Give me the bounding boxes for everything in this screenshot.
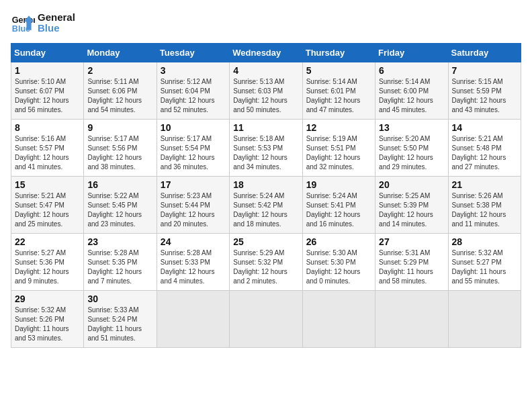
calendar-cell: 3 Sunrise: 5:12 AMSunset: 6:04 PMDayligh…: [157, 62, 229, 120]
day-number: 13: [379, 122, 444, 133]
cell-info: Sunrise: 5:29 AMSunset: 5:32 PMDaylight:…: [233, 249, 287, 285]
day-number: 29: [15, 293, 80, 304]
calendar-cell: 19 Sunrise: 5:24 AMSunset: 5:41 PMDaylig…: [302, 177, 375, 234]
day-number: 11: [233, 122, 298, 133]
calendar-week-1: 1 Sunrise: 5:10 AMSunset: 6:07 PMDayligh…: [11, 62, 521, 120]
cell-info: Sunrise: 5:14 AMSunset: 6:00 PMDaylight:…: [379, 78, 433, 113]
calendar-cell: 25 Sunrise: 5:29 AMSunset: 5:32 PMDaylig…: [230, 234, 302, 291]
day-number: 6: [379, 65, 444, 76]
cell-info: Sunrise: 5:16 AMSunset: 5:57 PMDaylight:…: [15, 135, 69, 171]
cell-info: Sunrise: 5:17 AMSunset: 5:54 PMDaylight:…: [161, 135, 215, 171]
calendar-cell: 17 Sunrise: 5:23 AMSunset: 5:44 PMDaylig…: [157, 177, 229, 234]
day-number: 18: [233, 179, 298, 190]
cell-info: Sunrise: 5:10 AMSunset: 6:07 PMDaylight:…: [15, 78, 69, 113]
calendar-cell: 8 Sunrise: 5:16 AMSunset: 5:57 PMDayligh…: [11, 120, 84, 177]
weekday-friday: Friday: [375, 44, 448, 62]
cell-info: Sunrise: 5:28 AMSunset: 5:33 PMDaylight:…: [161, 249, 215, 285]
day-number: 27: [379, 236, 444, 247]
day-number: 17: [161, 179, 226, 190]
cell-info: Sunrise: 5:32 AMSunset: 5:27 PMDaylight:…: [452, 249, 506, 285]
calendar-week-3: 15 Sunrise: 5:21 AMSunset: 5:47 PMDaylig…: [11, 177, 521, 234]
calendar-cell: 4 Sunrise: 5:13 AMSunset: 6:03 PMDayligh…: [230, 62, 302, 120]
cell-info: Sunrise: 5:14 AMSunset: 6:01 PMDaylight:…: [306, 78, 361, 113]
cell-info: Sunrise: 5:31 AMSunset: 5:29 PMDaylight:…: [379, 249, 433, 285]
calendar-cell: 22 Sunrise: 5:27 AMSunset: 5:36 PMDaylig…: [11, 234, 84, 291]
calendar-cell: [302, 291, 375, 348]
day-number: 16: [87, 179, 152, 190]
cell-info: Sunrise: 5:26 AMSunset: 5:38 PMDaylight:…: [452, 192, 506, 228]
calendar-cell: 26 Sunrise: 5:30 AMSunset: 5:30 PMDaylig…: [302, 234, 375, 291]
day-number: 8: [15, 122, 80, 133]
calendar-cell: [230, 291, 302, 348]
calendar-cell: 20 Sunrise: 5:25 AMSunset: 5:39 PMDaylig…: [375, 177, 448, 234]
day-number: 20: [379, 179, 444, 190]
cell-info: Sunrise: 5:18 AMSunset: 5:53 PMDaylight:…: [233, 135, 287, 171]
calendar-week-2: 8 Sunrise: 5:16 AMSunset: 5:57 PMDayligh…: [11, 120, 521, 177]
calendar-cell: [157, 291, 229, 348]
calendar-week-4: 22 Sunrise: 5:27 AMSunset: 5:36 PMDaylig…: [11, 234, 521, 291]
calendar-cell: 16 Sunrise: 5:22 AMSunset: 5:45 PMDaylig…: [84, 177, 157, 234]
day-number: 25: [233, 236, 298, 247]
logo-blue: Blue: [38, 23, 75, 34]
cell-info: Sunrise: 5:32 AMSunset: 5:26 PMDaylight:…: [15, 306, 69, 342]
weekday-sunday: Sunday: [11, 44, 84, 62]
cell-info: Sunrise: 5:13 AMSunset: 6:03 PMDaylight:…: [233, 78, 287, 113]
calendar-cell: 11 Sunrise: 5:18 AMSunset: 5:53 PMDaylig…: [230, 120, 302, 177]
logo: General Blue General Blue: [11, 11, 75, 35]
day-number: 7: [452, 65, 517, 76]
cell-info: Sunrise: 5:22 AMSunset: 5:45 PMDaylight:…: [87, 192, 142, 228]
cell-info: Sunrise: 5:28 AMSunset: 5:35 PMDaylight:…: [87, 249, 142, 285]
calendar-cell: 9 Sunrise: 5:17 AMSunset: 5:56 PMDayligh…: [84, 120, 157, 177]
cell-info: Sunrise: 5:11 AMSunset: 6:06 PMDaylight:…: [87, 78, 142, 113]
day-number: 24: [161, 236, 226, 247]
day-number: 1: [15, 65, 80, 76]
day-number: 30: [87, 293, 152, 304]
calendar-cell: 7 Sunrise: 5:15 AMSunset: 5:59 PMDayligh…: [448, 62, 521, 120]
calendar-cell: 21 Sunrise: 5:26 AMSunset: 5:38 PMDaylig…: [448, 177, 521, 234]
cell-info: Sunrise: 5:27 AMSunset: 5:36 PMDaylight:…: [15, 249, 69, 285]
calendar-table: SundayMondayTuesdayWednesdayThursdayFrid…: [11, 43, 521, 348]
day-number: 9: [87, 122, 152, 133]
weekday-tuesday: Tuesday: [157, 44, 229, 62]
day-number: 5: [306, 65, 371, 76]
day-number: 28: [452, 236, 517, 247]
calendar-cell: 2 Sunrise: 5:11 AMSunset: 6:06 PMDayligh…: [84, 62, 157, 120]
cell-info: Sunrise: 5:19 AMSunset: 5:51 PMDaylight:…: [306, 135, 361, 171]
calendar-cell: 14 Sunrise: 5:21 AMSunset: 5:48 PMDaylig…: [448, 120, 521, 177]
weekday-header-row: SundayMondayTuesdayWednesdayThursdayFrid…: [11, 44, 521, 62]
day-number: 10: [161, 122, 226, 133]
cell-info: Sunrise: 5:24 AMSunset: 5:42 PMDaylight:…: [233, 192, 287, 228]
weekday-saturday: Saturday: [448, 44, 521, 62]
day-number: 3: [161, 65, 226, 76]
calendar-cell: 29 Sunrise: 5:32 AMSunset: 5:26 PMDaylig…: [11, 291, 84, 348]
cell-info: Sunrise: 5:33 AMSunset: 5:24 PMDaylight:…: [87, 306, 142, 342]
day-number: 21: [452, 179, 517, 190]
day-number: 14: [452, 122, 517, 133]
calendar-cell: 23 Sunrise: 5:28 AMSunset: 5:35 PMDaylig…: [84, 234, 157, 291]
calendar-cell: 30 Sunrise: 5:33 AMSunset: 5:24 PMDaylig…: [84, 291, 157, 348]
calendar-cell: [375, 291, 448, 348]
cell-info: Sunrise: 5:24 AMSunset: 5:41 PMDaylight:…: [306, 192, 361, 228]
day-number: 15: [15, 179, 80, 190]
day-number: 26: [306, 236, 371, 247]
calendar-cell: 28 Sunrise: 5:32 AMSunset: 5:27 PMDaylig…: [448, 234, 521, 291]
cell-info: Sunrise: 5:20 AMSunset: 5:50 PMDaylight:…: [379, 135, 433, 171]
day-number: 4: [233, 65, 298, 76]
header: General Blue General Blue: [11, 11, 521, 35]
day-number: 2: [87, 65, 152, 76]
calendar-cell: 13 Sunrise: 5:20 AMSunset: 5:50 PMDaylig…: [375, 120, 448, 177]
weekday-thursday: Thursday: [302, 44, 375, 62]
cell-info: Sunrise: 5:15 AMSunset: 5:59 PMDaylight:…: [452, 78, 506, 113]
day-number: 23: [87, 236, 152, 247]
logo-icon: General Blue: [11, 11, 35, 35]
calendar-cell: [448, 291, 521, 348]
day-number: 12: [306, 122, 371, 133]
cell-info: Sunrise: 5:25 AMSunset: 5:39 PMDaylight:…: [379, 192, 433, 228]
day-number: 19: [306, 179, 371, 190]
calendar-cell: 12 Sunrise: 5:19 AMSunset: 5:51 PMDaylig…: [302, 120, 375, 177]
weekday-monday: Monday: [84, 44, 157, 62]
cell-info: Sunrise: 5:30 AMSunset: 5:30 PMDaylight:…: [306, 249, 361, 285]
cell-info: Sunrise: 5:21 AMSunset: 5:48 PMDaylight:…: [452, 135, 506, 171]
cell-info: Sunrise: 5:21 AMSunset: 5:47 PMDaylight:…: [15, 192, 69, 228]
cell-info: Sunrise: 5:23 AMSunset: 5:44 PMDaylight:…: [161, 192, 215, 228]
